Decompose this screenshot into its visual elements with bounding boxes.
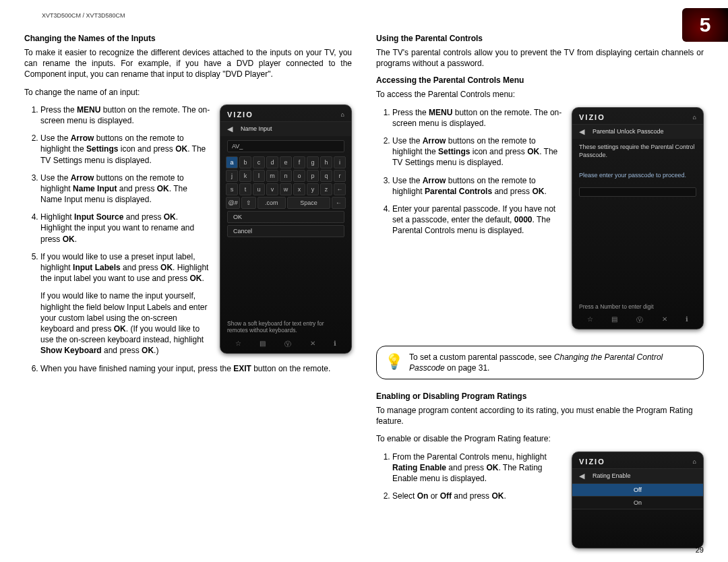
figure-rating-enable-screen: VIZIO ⌂ ◀ Rating Enable Off On: [572, 451, 704, 549]
home-icon: ⌂: [341, 111, 344, 118]
passcode-prompt-text: Please enter your passcode to proceed.: [572, 163, 703, 183]
left-column: Changing the Names of the Inputs To make…: [24, 34, 352, 555]
close-icon: ✕: [662, 315, 667, 325]
figure-passcode-screen: VIZIO ⌂ ◀ Parental Unlock Passcode These…: [572, 107, 704, 330]
heading-accessing-menu: Accessing the Parental Controls Menu: [376, 75, 704, 85]
star-icon: ☆: [587, 315, 593, 325]
para-to-access: To access the Parental Controls menu:: [376, 89, 704, 100]
right-column: Using the Parental Controls The TV's par…: [376, 34, 704, 555]
option-off: Off: [572, 484, 703, 497]
v-icon: Ⓥ: [636, 315, 643, 325]
tv-logo-text: VIZIO: [579, 113, 605, 121]
passcode-req-text: These settings require the Parental Cont…: [572, 139, 703, 163]
tv-logo-text: VIZIO: [227, 111, 253, 119]
list-icon: ▤: [260, 340, 266, 349]
page-number: 29: [696, 546, 704, 554]
step-6: When you have finished naming your input…: [40, 363, 352, 374]
header-model-text: XVT3D500CM / XVT3D580CM: [42, 12, 704, 19]
heading-changing-names: Changing the Names of the Inputs: [24, 34, 352, 43]
tip-box-passcode: 💡 To set a custom parental passcode, see…: [376, 346, 704, 379]
para-ratings-intro: To manage program content according to i…: [376, 405, 704, 427]
para-to-change: To change the name of an input:: [24, 87, 352, 98]
figure-name-input-screen: VIZIO ⌂ ◀ Name Input AV_ a b c d e f: [220, 104, 352, 354]
home-icon: ⌂: [693, 114, 696, 121]
info-icon: ℹ: [686, 315, 688, 325]
home-icon: ⌂: [693, 458, 696, 465]
steps-list-left-2: When you have finished naming your input…: [24, 363, 352, 374]
back-icon: ◀: [579, 127, 584, 136]
chapter-number-tab: 5: [682, 8, 728, 42]
heading-parental-controls: Using the Parental Controls: [376, 34, 704, 43]
v-icon: Ⓥ: [284, 340, 291, 349]
screen-title: Name Input: [241, 125, 272, 132]
lightbulb-icon: 💡: [385, 351, 403, 371]
para-parental-intro: The TV's parental controls allow you to …: [376, 47, 704, 69]
input-name-field: AV_: [227, 140, 344, 152]
passcode-hint: Press a Number to enter digit: [579, 303, 696, 310]
back-icon: ◀: [579, 472, 584, 480]
star-icon: ☆: [235, 340, 241, 349]
para-intro-left: To make it easier to recognize the diffe…: [24, 47, 352, 80]
close-icon: ✕: [310, 340, 315, 349]
onscreen-keyboard: a b c d e f g h i j k l m: [226, 156, 346, 209]
screen-title: Rating Enable: [593, 472, 631, 479]
option-on: On: [572, 497, 703, 509]
para-to-enable: To enable or disable the Program Rating …: [376, 433, 704, 444]
cancel-button: Cancel: [227, 225, 344, 237]
tv-logo-text: VIZIO: [579, 458, 605, 466]
key-a: a: [226, 156, 238, 168]
list-icon: ▤: [611, 315, 617, 325]
heading-program-ratings: Enabling or Disabling Program Ratings: [376, 392, 704, 401]
screen-title: Parental Unlock Passcode: [593, 128, 664, 135]
passcode-input-bar: [579, 187, 696, 197]
back-icon: ◀: [227, 125, 233, 133]
info-icon: ℹ: [334, 340, 336, 349]
ok-button: OK: [227, 211, 344, 223]
keyboard-hint: Show a soft keyboard for text entry for …: [227, 320, 344, 334]
